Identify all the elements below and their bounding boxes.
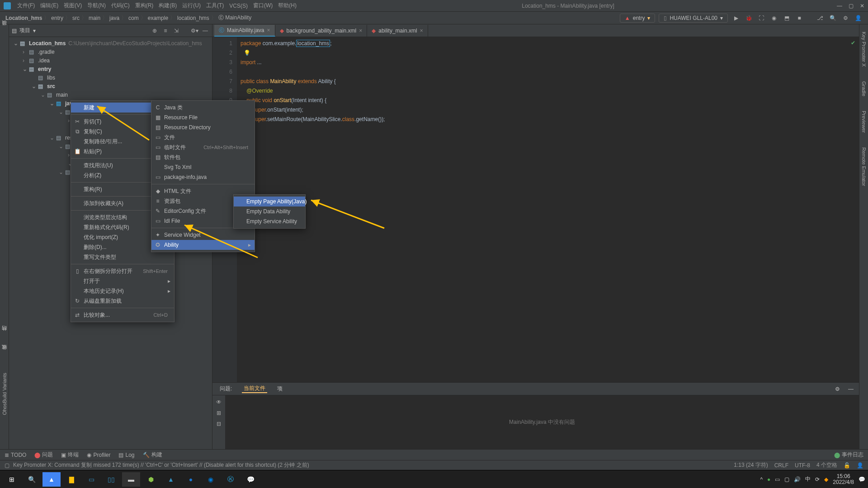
expand-icon[interactable]: ≡: [161, 28, 170, 34]
menu-navigate[interactable]: 导航(N): [85, 2, 108, 9]
system-tray[interactable]: ^ ● ▭ ▢ 🔊 中 ⟳ ◆ 15:06 2022/4/8 💬: [760, 474, 865, 485]
tray-icon[interactable]: ◆: [824, 476, 828, 483]
menu-window[interactable]: 窗口(W): [250, 2, 275, 9]
file-explorer[interactable]: ▇: [62, 472, 80, 487]
stop-button[interactable]: ■: [795, 15, 804, 21]
context-menu-item[interactable]: ✪Ability▸: [151, 240, 255, 250]
crumb[interactable]: main: [89, 15, 100, 21]
side-tab-ohos[interactable]: OhosBuild Variants: [1, 370, 8, 418]
view-icon[interactable]: 👁: [216, 399, 222, 405]
task-app-1[interactable]: ▲: [42, 472, 61, 487]
profile-button[interactable]: ◉: [769, 15, 778, 21]
task-app-deveco[interactable]: ▲: [162, 472, 180, 487]
tree-node[interactable]: ▤libs: [9, 73, 212, 82]
task-app-5[interactable]: ●: [182, 472, 200, 487]
editor-tab[interactable]: ◆ background_ability_main.xml ×: [275, 25, 368, 37]
network-icon[interactable]: ▢: [784, 476, 789, 483]
side-tab-favorites[interactable]: 收藏: [0, 351, 9, 357]
search-button[interactable]: 🔍: [23, 472, 41, 487]
tab-close-icon[interactable]: ×: [420, 28, 423, 34]
menu-tools[interactable]: 工具(T): [203, 2, 226, 9]
lock-icon[interactable]: 🔓: [844, 462, 850, 469]
tree-node[interactable]: ⌄▤main: [9, 90, 212, 99]
crumb[interactable]: entry: [51, 15, 63, 21]
encoding[interactable]: UTF-8: [795, 462, 810, 469]
menu-edit[interactable]: 编辑(E): [38, 2, 61, 9]
debug-button[interactable]: 🐞: [744, 15, 753, 21]
project-view-label[interactable]: 项目: [19, 27, 30, 34]
problems-tab-proj[interactable]: 项: [275, 385, 284, 393]
context-menu-item[interactable]: ▭临时文件Ctrl+Alt+Shift+Insert: [151, 142, 255, 152]
tray-icon[interactable]: ●: [767, 476, 770, 483]
side-tab-gradle[interactable]: Gradle: [860, 79, 868, 99]
attach-button[interactable]: ⬒: [782, 15, 791, 21]
bottom-log[interactable]: ▤ Log: [118, 452, 134, 458]
clock[interactable]: 15:06 2022/4/8: [833, 474, 854, 485]
bottom-problems[interactable]: ⬤ 问题: [34, 451, 53, 459]
volume-icon[interactable]: 🔊: [794, 476, 801, 483]
menu-view[interactable]: 视图(V): [61, 2, 85, 9]
minimize-icon[interactable]: —: [837, 3, 842, 9]
context-menu-item[interactable]: 本地历史记录(H)▸: [71, 286, 174, 296]
crumb-root[interactable]: Location_hms: [5, 15, 42, 21]
crumb-file[interactable]: ⓒ MainAbility: [218, 14, 251, 22]
side-tab-previewer[interactable]: Previewer: [860, 108, 868, 136]
bottom-todo[interactable]: ≣ TODO: [5, 452, 26, 458]
bottom-profiler[interactable]: ◉ Profiler: [87, 452, 110, 458]
tab-close-icon[interactable]: ×: [359, 28, 362, 34]
menu-vcs[interactable]: VCS(S): [226, 3, 250, 9]
user-button[interactable]: 👤: [854, 15, 863, 21]
side-tab-keypromoter[interactable]: Key Promoter X: [860, 29, 868, 70]
status-left-icon[interactable]: ▢: [5, 462, 9, 469]
ime-icon[interactable]: 中: [805, 475, 811, 483]
code-content[interactable]: package com.example.location_hms; 💡 impo…: [237, 37, 859, 382]
context-menu-item[interactable]: ✦Service Widget: [151, 230, 255, 240]
crumb[interactable]: com: [128, 15, 139, 21]
context-menu-item[interactable]: CJava 类: [151, 103, 255, 113]
event-log[interactable]: ⬤ 事件日志: [834, 451, 863, 459]
task-app-3[interactable]: ▯▯: [102, 472, 120, 487]
context-menu-item[interactable]: ▦Resource File: [151, 113, 255, 122]
task-app-6[interactable]: Ⓚ: [222, 472, 240, 487]
crumb[interactable]: location_hms: [177, 15, 209, 21]
tree-node[interactable]: ›▤.idea: [9, 56, 212, 65]
maximize-icon[interactable]: ▢: [849, 3, 854, 9]
inspect-icon[interactable]: 👤: [857, 462, 863, 469]
crumb[interactable]: java: [109, 15, 119, 21]
hide-icon[interactable]: —: [848, 386, 854, 392]
bottom-build[interactable]: 🔨 构建: [143, 451, 162, 459]
editor-tab-main[interactable]: ⓒ MainAbility.java ×: [214, 25, 275, 37]
tree-node[interactable]: ›▤.gradle: [9, 47, 212, 56]
side-tab-structure[interactable]: 结构: [0, 332, 9, 338]
vcs-button[interactable]: ⎇: [816, 15, 825, 21]
wechat[interactable]: 💬: [241, 472, 259, 487]
task-app-4[interactable]: ⬢: [142, 472, 160, 487]
tab-close-icon[interactable]: ×: [267, 27, 270, 33]
start-button[interactable]: ⊞: [3, 472, 21, 487]
edge-browser[interactable]: ◉: [202, 472, 220, 487]
menu-help[interactable]: 帮助(H): [275, 2, 299, 9]
tree-node-entry[interactable]: ⌄▤entry: [9, 65, 212, 73]
context-menu-item[interactable]: Empty Data Ability: [234, 206, 305, 216]
context-menu-item[interactable]: ⇄比较对象...Ctrl+D: [71, 310, 174, 320]
settings-button[interactable]: ⚙: [841, 15, 850, 21]
context-menu-item[interactable]: ▭文件: [151, 132, 255, 142]
inspection-ok-icon[interactable]: ✔: [851, 40, 855, 46]
tree-node-src[interactable]: ⌄▤src: [9, 82, 212, 90]
terminal[interactable]: ▬: [122, 472, 140, 487]
menu-run[interactable]: 运行(U): [179, 2, 203, 9]
crumb[interactable]: src: [72, 15, 80, 21]
context-menu-item[interactable]: ▤Resource Directory: [151, 122, 255, 132]
context-menu-item[interactable]: ▭package-info.java: [151, 172, 255, 182]
close-icon[interactable]: ✕: [860, 3, 864, 9]
context-menu-item[interactable]: ▤软件包: [151, 152, 255, 162]
battery-icon[interactable]: ▭: [775, 476, 780, 483]
collapse-icon[interactable]: ⇲: [172, 28, 180, 34]
task-app-2[interactable]: ▭: [82, 472, 100, 487]
coverage-button[interactable]: ⛶: [757, 15, 766, 21]
menu-code[interactable]: 代码(C): [108, 2, 132, 9]
editor-body[interactable]: 1 2 3 6 7 8 9 10 11 12 13 package com.ex…: [212, 37, 859, 382]
cursor-position[interactable]: 1:13 (24 字符): [734, 461, 768, 469]
context-menu-item[interactable]: 重写文件类型: [71, 252, 174, 262]
collapse-icon[interactable]: ⊟: [217, 421, 221, 427]
